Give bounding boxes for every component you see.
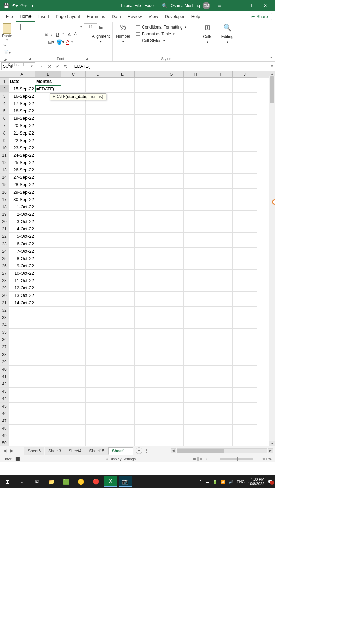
- cell[interactable]: [184, 284, 208, 292]
- cell[interactable]: 1-Oct-22: [9, 203, 35, 211]
- cell[interactable]: Months: [35, 78, 61, 85]
- cell[interactable]: [208, 189, 233, 196]
- cell[interactable]: [208, 181, 233, 189]
- cell[interactable]: [110, 417, 135, 425]
- cell[interactable]: 5-Oct-22: [9, 233, 35, 240]
- cell[interactable]: [208, 262, 233, 270]
- cell[interactable]: [110, 203, 135, 211]
- select-all-button[interactable]: [0, 71, 9, 78]
- page-break-view-icon[interactable]: ▢: [205, 457, 211, 461]
- ribbon-tab-page-layout[interactable]: Page Layout: [52, 11, 83, 22]
- row-header[interactable]: 41: [0, 373, 9, 380]
- row-header[interactable]: 50: [0, 439, 9, 446]
- cell[interactable]: [110, 248, 135, 255]
- cell[interactable]: [9, 314, 35, 321]
- cell[interactable]: [159, 388, 184, 395]
- cell[interactable]: [159, 255, 184, 262]
- cell[interactable]: [61, 189, 86, 196]
- zoom-level[interactable]: 100%: [262, 457, 272, 461]
- cell[interactable]: [110, 321, 135, 329]
- scroll-up-icon[interactable]: ▲: [269, 71, 275, 76]
- column-header-A[interactable]: A: [9, 71, 35, 78]
- formula-bar-input[interactable]: =EDATE(: [70, 64, 269, 69]
- cell[interactable]: [208, 122, 233, 129]
- cell[interactable]: [86, 270, 110, 277]
- cell[interactable]: [208, 292, 233, 299]
- row-header[interactable]: 47: [0, 417, 9, 425]
- cell[interactable]: [208, 85, 233, 93]
- cell[interactable]: [61, 277, 86, 284]
- copy-icon[interactable]: 📄▾: [3, 50, 11, 55]
- cell[interactable]: [61, 336, 86, 343]
- cell[interactable]: [208, 203, 233, 211]
- cell[interactable]: [233, 218, 257, 225]
- cell[interactable]: [135, 358, 159, 366]
- cell[interactable]: [61, 417, 86, 425]
- cell[interactable]: [135, 93, 159, 100]
- cell[interactable]: [35, 351, 61, 358]
- cell[interactable]: [159, 248, 184, 255]
- cell[interactable]: [110, 211, 135, 218]
- cell[interactable]: [135, 307, 159, 314]
- cell[interactable]: [61, 196, 86, 203]
- cell[interactable]: [208, 166, 233, 174]
- cell[interactable]: [35, 122, 61, 129]
- cell[interactable]: [184, 373, 208, 380]
- cell[interactable]: [110, 100, 135, 107]
- cell[interactable]: [184, 299, 208, 307]
- cell[interactable]: [159, 351, 184, 358]
- cell[interactable]: [61, 343, 86, 351]
- cell[interactable]: [61, 240, 86, 248]
- cell[interactable]: [61, 233, 86, 240]
- cell[interactable]: [159, 218, 184, 225]
- cell[interactable]: [135, 107, 159, 115]
- sheet-tab[interactable]: Sheet4: [65, 447, 85, 455]
- cell[interactable]: [61, 248, 86, 255]
- cell[interactable]: [184, 85, 208, 93]
- row-header[interactable]: 10: [0, 144, 9, 152]
- cell[interactable]: [35, 196, 61, 203]
- cell[interactable]: [61, 144, 86, 152]
- cell[interactable]: [61, 78, 86, 85]
- cell[interactable]: [35, 336, 61, 343]
- cell[interactable]: [184, 307, 208, 314]
- cell[interactable]: [184, 388, 208, 395]
- grow-font-button[interactable]: A: [67, 32, 71, 37]
- cell[interactable]: [159, 233, 184, 240]
- cell[interactable]: [86, 373, 110, 380]
- cell[interactable]: [35, 343, 61, 351]
- row-header[interactable]: 22: [0, 233, 9, 240]
- cell[interactable]: [159, 174, 184, 181]
- row-header[interactable]: 27: [0, 270, 9, 277]
- cell[interactable]: [135, 255, 159, 262]
- cell[interactable]: [208, 159, 233, 166]
- cell[interactable]: [208, 211, 233, 218]
- cell[interactable]: [86, 321, 110, 329]
- zoom-in-button[interactable]: +: [257, 457, 259, 461]
- cell[interactable]: [110, 388, 135, 395]
- cell[interactable]: [9, 307, 35, 314]
- cell[interactable]: [135, 439, 159, 446]
- cell[interactable]: [61, 174, 86, 181]
- cell[interactable]: [61, 270, 86, 277]
- sheet-tab[interactable]: Sheet6: [24, 447, 44, 455]
- cell[interactable]: [61, 262, 86, 270]
- cell[interactable]: 25-Sep-22: [9, 159, 35, 166]
- cell[interactable]: [110, 85, 135, 93]
- cell[interactable]: [61, 159, 86, 166]
- cell[interactable]: [110, 307, 135, 314]
- cell[interactable]: [233, 373, 257, 380]
- cell[interactable]: [208, 115, 233, 122]
- cell[interactable]: [159, 203, 184, 211]
- cell[interactable]: [110, 137, 135, 144]
- cell[interactable]: [61, 329, 86, 336]
- cell[interactable]: [208, 93, 233, 100]
- cell[interactable]: 10-Oct-22: [9, 270, 35, 277]
- cell[interactable]: [208, 152, 233, 159]
- chrome-icon[interactable]: 🔴: [88, 475, 103, 488]
- cell[interactable]: [35, 358, 61, 366]
- cell[interactable]: [61, 85, 86, 93]
- macro-record-icon[interactable]: ⬛: [15, 457, 20, 461]
- cell[interactable]: [61, 373, 86, 380]
- cell[interactable]: [208, 358, 233, 366]
